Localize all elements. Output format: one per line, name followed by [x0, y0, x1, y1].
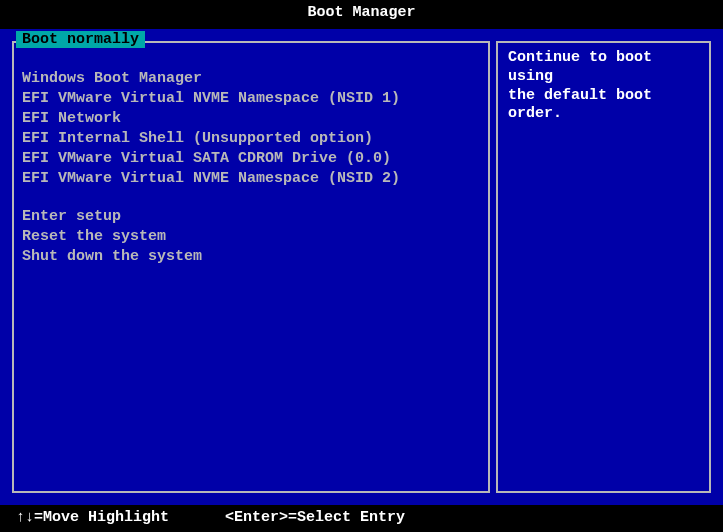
- selected-item-title[interactable]: Boot normally: [16, 31, 145, 48]
- boot-entry-network[interactable]: EFI Network: [22, 109, 480, 129]
- page-title: Boot Manager: [307, 4, 415, 21]
- boot-menu-panel: Boot normally Windows Boot Manager EFI V…: [12, 41, 490, 493]
- main-area: Boot normally Windows Boot Manager EFI V…: [0, 29, 723, 505]
- boot-entry-nvme2[interactable]: EFI VMware Virtual NVME Namespace (NSID …: [22, 169, 480, 189]
- boot-entry-nvme1[interactable]: EFI VMware Virtual NVME Namespace (NSID …: [22, 89, 480, 109]
- hint-move-highlight: ↑↓=Move Highlight: [16, 509, 169, 526]
- hint-select-entry: <Enter>=Select Entry: [225, 509, 405, 526]
- boot-manager-screen: Boot Manager Boot normally Windows Boot …: [0, 0, 723, 532]
- menu-reset-system[interactable]: Reset the system: [22, 227, 480, 247]
- menu-list: Windows Boot Manager EFI VMware Virtual …: [12, 41, 490, 277]
- help-text-line2: the default boot order.: [508, 87, 699, 125]
- header: Boot Manager: [0, 0, 723, 29]
- footer: ↑↓=Move Highlight <Enter>=Select Entry: [0, 505, 723, 532]
- boot-entry-windows[interactable]: Windows Boot Manager: [22, 69, 480, 89]
- menu-shutdown-system[interactable]: Shut down the system: [22, 247, 480, 267]
- boot-entry-cdrom[interactable]: EFI VMware Virtual SATA CDROM Drive (0.0…: [22, 149, 480, 169]
- help-panel: Continue to boot using the default boot …: [496, 41, 711, 493]
- help-text-line1: Continue to boot using: [508, 49, 699, 87]
- boot-entry-shell[interactable]: EFI Internal Shell (Unsupported option): [22, 129, 480, 149]
- menu-enter-setup[interactable]: Enter setup: [22, 207, 480, 227]
- menu-gap: [22, 189, 480, 207]
